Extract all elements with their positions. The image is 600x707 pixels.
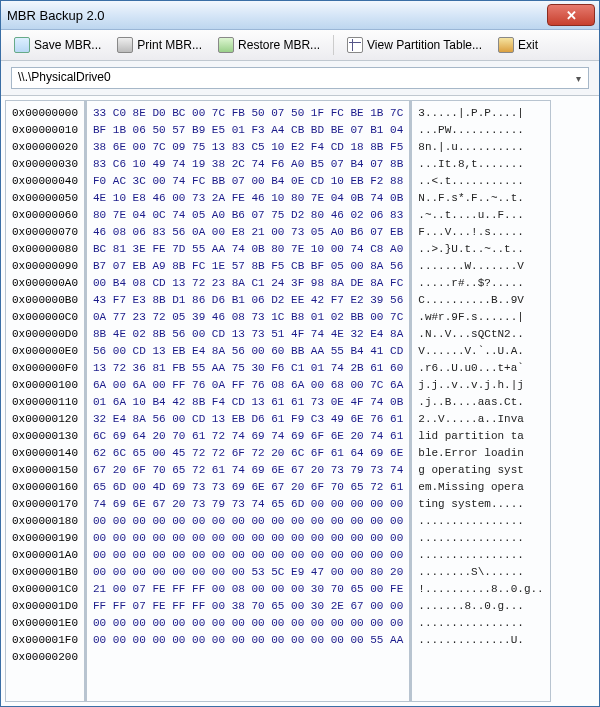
- ascii-cell: 8n.|.u..........: [418, 139, 543, 156]
- ascii-cell: .j..B....aas.Ct.: [418, 394, 543, 411]
- ascii-cell: ble.Error loadin: [418, 445, 543, 462]
- offset-cell: 0x000001B0: [12, 564, 78, 581]
- ascii-cell: ..<.t...........: [418, 173, 543, 190]
- offset-cell: 0x00000080: [12, 241, 78, 258]
- bytes-cell: 13 72 36 81 FB 55 AA 75 30 F6 C1 01 74 2…: [93, 360, 403, 377]
- bytes-cell: 00 00 00 00 00 00 00 00 00 00 00 00 00 0…: [93, 513, 403, 530]
- offset-column: 0x000000000x000000100x000000200x00000030…: [5, 100, 86, 702]
- bytes-column: 33 C0 8E D0 BC 00 7C FB 50 07 50 1F FC B…: [86, 100, 410, 702]
- bytes-cell: 32 E4 8A 56 00 CD 13 EB D6 61 F9 C3 49 6…: [93, 411, 403, 428]
- offset-cell: 0x00000020: [12, 139, 78, 156]
- save-mbr-button[interactable]: Save MBR...: [7, 33, 108, 57]
- toolbar-separator: [333, 35, 334, 55]
- offset-cell: 0x00000200: [12, 649, 78, 666]
- offset-cell: 0x00000060: [12, 207, 78, 224]
- offset-cell: 0x00000150: [12, 462, 78, 479]
- bytes-cell: 00 00 00 00 00 00 00 00 00 00 00 00 00 0…: [93, 530, 403, 547]
- bytes-cell: 80 7E 04 0C 74 05 A0 B6 07 75 D2 80 46 0…: [93, 207, 403, 224]
- bytes-cell: 62 6C 65 00 45 72 72 6F 72 20 6C 6F 61 6…: [93, 445, 403, 462]
- drive-selector-row: \\.\PhysicalDrive0 ▾: [1, 61, 599, 96]
- ascii-cell: ................: [418, 615, 543, 632]
- offset-cell: 0x00000040: [12, 173, 78, 190]
- ascii-cell: ...PW...........: [418, 122, 543, 139]
- bytes-cell: BC 81 3E FE 7D 55 AA 74 0B 80 7E 10 00 7…: [93, 241, 403, 258]
- ascii-cell: 2..V.....a..Inva: [418, 411, 543, 428]
- ascii-cell: ..>.}U.t..~..t..: [418, 241, 543, 258]
- offset-cell: 0x000000D0: [12, 326, 78, 343]
- bytes-cell: FF FF 07 FE FF FF 00 38 70 65 00 30 2E 6…: [93, 598, 403, 615]
- ascii-cell: !..........8..0.g..: [418, 581, 543, 598]
- offset-cell: 0x00000160: [12, 479, 78, 496]
- restore-mbr-button[interactable]: Restore MBR...: [211, 33, 327, 57]
- offset-cell: 0x00000100: [12, 377, 78, 394]
- print-mbr-button[interactable]: Print MBR...: [110, 33, 209, 57]
- ascii-cell: em.Missing opera: [418, 479, 543, 496]
- bytes-cell: 00 00 00 00 00 00 00 00 00 00 00 00 00 0…: [93, 632, 403, 649]
- table-icon: [347, 37, 363, 53]
- window-title: MBR Backup 2.0: [7, 8, 547, 23]
- offset-cell: 0x00000050: [12, 190, 78, 207]
- offset-cell: 0x00000090: [12, 258, 78, 275]
- table-label: View Partition Table...: [367, 38, 482, 52]
- bytes-cell: 56 00 CD 13 EB E4 8A 56 00 60 BB AA 55 B…: [93, 343, 403, 360]
- titlebar: MBR Backup 2.0 ✕: [1, 1, 599, 30]
- print-label: Print MBR...: [137, 38, 202, 52]
- offset-cell: 0x00000000: [12, 105, 78, 122]
- bytes-cell: 83 C6 10 49 74 19 38 2C 74 F6 A0 B5 07 B…: [93, 156, 403, 173]
- offset-cell: 0x00000110: [12, 394, 78, 411]
- bytes-cell: 67 20 6F 70 65 72 61 74 69 6E 67 20 73 7…: [93, 462, 403, 479]
- ascii-cell: 3.....|.P.P....|: [418, 105, 543, 122]
- ascii-cell: .......W.......V: [418, 258, 543, 275]
- ascii-cell: N..F.s*.F..~..t.: [418, 190, 543, 207]
- toolbar: Save MBR... Print MBR... Restore MBR... …: [1, 30, 599, 61]
- save-label: Save MBR...: [34, 38, 101, 52]
- bytes-cell: 00 00 00 00 00 00 00 00 00 00 00 00 00 0…: [93, 547, 403, 564]
- bytes-cell: F0 AC 3C 00 74 FC BB 07 00 B4 0E CD 10 E…: [93, 173, 403, 190]
- ascii-column: 3.....|.P.P....|...PW...........8n.|.u..…: [410, 100, 550, 702]
- ascii-cell: ................: [418, 530, 543, 547]
- ascii-cell: F...V...!.s.....: [418, 224, 543, 241]
- bytes-cell: 6C 69 64 20 70 61 72 74 69 74 69 6F 6E 2…: [93, 428, 403, 445]
- offset-cell: 0x000001F0: [12, 632, 78, 649]
- exit-label: Exit: [518, 38, 538, 52]
- exit-button[interactable]: Exit: [491, 33, 545, 57]
- ascii-cell: lid partition ta: [418, 428, 543, 445]
- bytes-cell: 00 00 00 00 00 00 00 00 00 00 00 00 00 0…: [93, 615, 403, 632]
- offset-cell: 0x00000070: [12, 224, 78, 241]
- bytes-cell: 65 6D 00 4D 69 73 73 69 6E 67 20 6F 70 6…: [93, 479, 403, 496]
- offset-cell: 0x00000120: [12, 411, 78, 428]
- bytes-cell: BF 1B 06 50 57 B9 E5 01 F3 A4 CB BD BE 0…: [93, 122, 403, 139]
- offset-cell: 0x000000A0: [12, 275, 78, 292]
- drive-select[interactable]: \\.\PhysicalDrive0 ▾: [11, 67, 589, 89]
- offset-cell: 0x00000010: [12, 122, 78, 139]
- offset-cell: 0x000001C0: [12, 581, 78, 598]
- offset-cell: 0x00000170: [12, 496, 78, 513]
- ascii-cell: ........S\......: [418, 564, 543, 581]
- restore-label: Restore MBR...: [238, 38, 320, 52]
- ascii-cell: g operating syst: [418, 462, 543, 479]
- offset-cell: 0x000000B0: [12, 292, 78, 309]
- bytes-cell: 43 F7 E3 8B D1 86 D6 B1 06 D2 EE 42 F7 E…: [93, 292, 403, 309]
- ascii-cell: ...It.8,t.......: [418, 156, 543, 173]
- offset-cell: 0x000000E0: [12, 343, 78, 360]
- drive-select-value: \\.\PhysicalDrive0: [11, 67, 589, 89]
- offset-cell: 0x00000180: [12, 513, 78, 530]
- offset-cell: 0x000000C0: [12, 309, 78, 326]
- hex-viewer: 0x000000000x000000100x000000200x00000030…: [1, 96, 599, 706]
- view-partition-table-button[interactable]: View Partition Table...: [340, 33, 489, 57]
- close-button[interactable]: ✕: [547, 4, 595, 26]
- offset-cell: 0x000001D0: [12, 598, 78, 615]
- ascii-cell: ................: [418, 547, 543, 564]
- ascii-cell: .~..t....u..F...: [418, 207, 543, 224]
- bytes-cell: 46 08 06 83 56 0A 00 E8 21 00 73 05 A0 B…: [93, 224, 403, 241]
- ascii-cell: ................: [418, 513, 543, 530]
- restore-icon: [218, 37, 234, 53]
- bytes-cell: B7 07 EB A9 8B FC 1E 57 8B F5 CB BF 05 0…: [93, 258, 403, 275]
- bytes-cell: 00 B4 08 CD 13 72 23 8A C1 24 3F 98 8A D…: [93, 275, 403, 292]
- offset-cell: 0x000000F0: [12, 360, 78, 377]
- bytes-cell: 8B 4E 02 8B 56 00 CD 13 73 51 4F 74 4E 3…: [93, 326, 403, 343]
- bytes-cell: 00 00 00 00 00 00 00 00 53 5C E9 47 00 0…: [93, 564, 403, 581]
- ascii-cell: V......V.`..U.A.: [418, 343, 543, 360]
- app-window: MBR Backup 2.0 ✕ Save MBR... Print MBR..…: [0, 0, 600, 707]
- ascii-cell: .r6..U.u0...t+a`: [418, 360, 543, 377]
